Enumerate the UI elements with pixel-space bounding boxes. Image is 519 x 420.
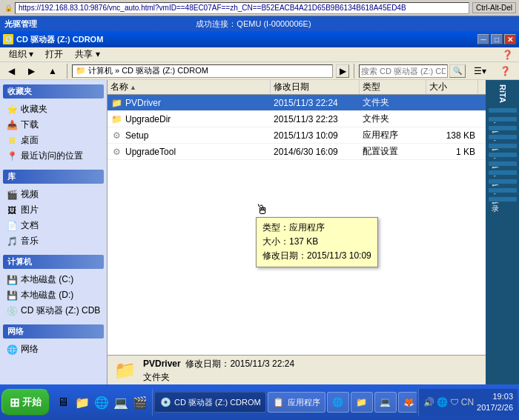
sidebar-item-network[interactable]: 🌐 网络 — [3, 341, 104, 357]
minimize-button[interactable]: ─ — [477, 34, 489, 44]
favorites-icon: ⭐ — [6, 104, 18, 116]
file-size: 1 KB — [426, 147, 478, 157]
file-name: UpgradeDir — [125, 114, 268, 124]
file-area: 名称 ▲ 修改日期 类型 大小 📁 PV — [108, 80, 486, 384]
browser-url[interactable]: https://192.168.83.10:9876/vnc_auto.html… — [15, 2, 469, 14]
disk-manager-label: 光驱管理 — [4, 19, 37, 30]
rita-button-6[interactable]: 录 — [488, 161, 518, 167]
pictures-label: 图片 — [21, 204, 39, 216]
sidebar-item-pictures[interactable]: 🖼 图片 — [3, 202, 104, 218]
ql-cmd-icon[interactable]: 💻 — [112, 393, 130, 411]
search-button[interactable]: 🔍 — [449, 64, 466, 78]
sidebar-item-desktop[interactable]: 🖥 桌面 — [3, 133, 104, 148]
tray-icon-network[interactable]: 🌐 — [437, 397, 448, 407]
taskbar-item-3[interactable]: 🌐 — [327, 392, 349, 413]
table-row[interactable]: ⚙ Setup 2015/11/3 10:09 应用程序 138 KB — [108, 127, 486, 144]
rita-panel: RiTA 录 更多 录 更多 录 更多 录 更多 录 更多 录 — [486, 80, 519, 384]
sidebar-item-favorites[interactable]: ⭐ 收藏夹 — [3, 101, 104, 117]
sidebar-item-cd[interactable]: 💿 CD 驱动器 (Z:) CDB — [3, 303, 104, 319]
rita-button-5[interactable]: 更多 — [488, 152, 518, 158]
col-header-name[interactable]: 名称 ▲ — [108, 80, 271, 94]
rita-button-10[interactable]: 录 — [488, 196, 518, 202]
tray-icon-sound[interactable]: 🔊 — [423, 397, 434, 407]
menu-open[interactable]: 打开 — [39, 47, 69, 62]
taskbar-active-window[interactable]: 💿 CD 驱动器 (Z:) CDROM — [154, 392, 266, 413]
taskbar-item-5[interactable]: 💻 — [374, 392, 397, 413]
taskbar-item-2[interactable]: 📋 应用程序 — [268, 392, 325, 413]
start-button[interactable]: ⊞ 开始 — [1, 389, 50, 416]
search-input[interactable] — [359, 64, 448, 78]
ql-folder-icon[interactable]: 📁 — [73, 393, 91, 411]
computer-section: 计算机 💾 本地磁盘 (C:) 💾 本地磁盘 (D:) 💿 CD 驱动器 (Z:… — [3, 255, 104, 319]
tooltip-date: 修改日期：2015/11/3 10:09 — [262, 249, 371, 263]
tray-icon-lang[interactable]: CN — [461, 397, 474, 407]
window-controls[interactable]: ─ □ ✕ — [477, 34, 516, 44]
forward-button[interactable]: ▶ — [23, 64, 40, 79]
menu-share[interactable]: 共享 ▾ — [69, 47, 105, 62]
computer-header: 计算机 — [3, 255, 104, 269]
rita-button-2[interactable]: 录 — [488, 125, 518, 131]
taskbar-net-icon: 🌐 — [332, 396, 344, 408]
file-date: 2015/11/3 22:24 — [271, 98, 360, 108]
rita-button-7[interactable]: 更多 — [488, 170, 518, 176]
up-button[interactable]: ▲ — [43, 64, 62, 79]
maximize-button[interactable]: □ — [491, 34, 503, 44]
views-button[interactable]: ☰▾ — [469, 64, 492, 79]
sidebar-item-music[interactable]: 🎵 音乐 — [3, 233, 104, 249]
close-button[interactable]: ✕ — [504, 34, 516, 44]
taskbar-items: 💿 CD 驱动器 (Z:) CDROM 📋 应用程序 🌐 📁 💻 🦊 🛡 📊 — [154, 389, 417, 416]
network-section: 网络 🌐 网络 — [3, 324, 104, 357]
rita-button-4[interactable]: 录 — [488, 143, 518, 149]
taskbar-item-2-label: 应用程序 — [288, 397, 320, 408]
rita-button-9[interactable]: 更多 — [488, 187, 518, 193]
sidebar-item-disk-c[interactable]: 💾 本地磁盘 (C:) — [3, 272, 104, 287]
file-date: 2015/11/3 22:23 — [271, 114, 360, 124]
taskbar-fire-icon: 🦊 — [403, 396, 415, 408]
ql-desktop-icon[interactable]: 🖥 — [54, 393, 72, 411]
main-area: 收藏夹 ⭐ 收藏夹 📥 下载 🖥 桌面 📍 最近访问的位置 — [0, 80, 519, 384]
tray-icon-security[interactable]: 🛡 — [450, 397, 459, 407]
table-row[interactable]: 📁 PVDriver 2015/11/3 22:24 文件夹 — [108, 95, 486, 111]
sidebar-item-recent[interactable]: 📍 最近访问的位置 — [3, 148, 104, 164]
col-header-size[interactable]: 大小 — [426, 80, 478, 94]
taskbar-cd-icon: 💿 — [159, 396, 171, 408]
ql-ie-icon[interactable]: 🌐 — [93, 393, 110, 411]
rita-button-8[interactable]: 录 — [488, 179, 518, 184]
clock: 19:03 2017/2/26 — [477, 391, 513, 414]
col-header-type[interactable]: 类型 — [360, 80, 426, 94]
table-row[interactable]: ⚙ UpgradeTool 2014/6/30 16:09 配置设置 1 KB — [108, 144, 486, 160]
favorites-label: 收藏夹 — [21, 103, 47, 116]
status-info: PVDriver 修改日期：2015/11/3 22:24 文件夹 — [143, 357, 294, 384]
url-text: https://192.168.83.10:9876/vnc_auto.html… — [19, 4, 406, 12]
help-button[interactable]: ❓ — [495, 64, 516, 79]
cfg-icon: ⚙ — [110, 146, 122, 158]
file-name-cell: 📁 PVDriver — [108, 97, 271, 109]
help-icon[interactable]: ❓ — [499, 50, 516, 60]
network-header: 网络 — [3, 324, 104, 339]
address-input[interactable]: 📁 计算机 » CD 驱动器 (Z:) CDROM — [72, 64, 333, 78]
taskbar-item-6[interactable]: 🦊 — [398, 392, 417, 413]
rita-button-0[interactable]: 录 — [488, 107, 518, 113]
sidebar-item-disk-d[interactable]: 💾 本地磁盘 (D:) — [3, 287, 104, 303]
taskbar-item-4[interactable]: 📁 — [351, 392, 373, 413]
file-size: 138 KB — [426, 130, 478, 141]
table-row[interactable]: 📁 UpgradeDir 2015/11/3 22:23 文件夹 — [108, 111, 486, 127]
statusbar: 📁 PVDriver 修改日期：2015/11/3 22:24 文件夹 — [108, 355, 486, 384]
ql-media-icon[interactable]: 🎬 — [131, 393, 149, 411]
status-folder-icon: 📁 — [113, 359, 137, 382]
network-icon: 🌐 — [6, 344, 18, 356]
sidebar-item-video[interactable]: 🎬 视频 — [3, 187, 104, 202]
col-header-date[interactable]: 修改日期 — [271, 80, 360, 94]
back-button[interactable]: ◀ — [3, 64, 20, 79]
menu-organize[interactable]: 组织 ▾ — [3, 47, 39, 62]
recent-label: 最近访问的位置 — [21, 150, 83, 162]
clock-time: 19:03 — [477, 391, 513, 402]
go-button[interactable]: ▶ — [336, 64, 349, 78]
rita-button-1[interactable]: 更多 — [488, 116, 518, 122]
rita-button-3[interactable]: 更多 — [488, 134, 518, 140]
sidebar-item-downloads[interactable]: 📥 下载 — [3, 117, 104, 133]
library-header: 库 — [3, 170, 104, 184]
sidebar-item-documents[interactable]: 📄 文档 — [3, 218, 104, 233]
ctrl-alt-del-button[interactable]: Ctrl-Alt-Del — [472, 2, 516, 13]
taskbar: ⊞ 开始 🖥 📁 🌐 💻 🎬 💿 CD 驱动器 (Z:) CDROM 📋 应用程… — [0, 384, 519, 420]
